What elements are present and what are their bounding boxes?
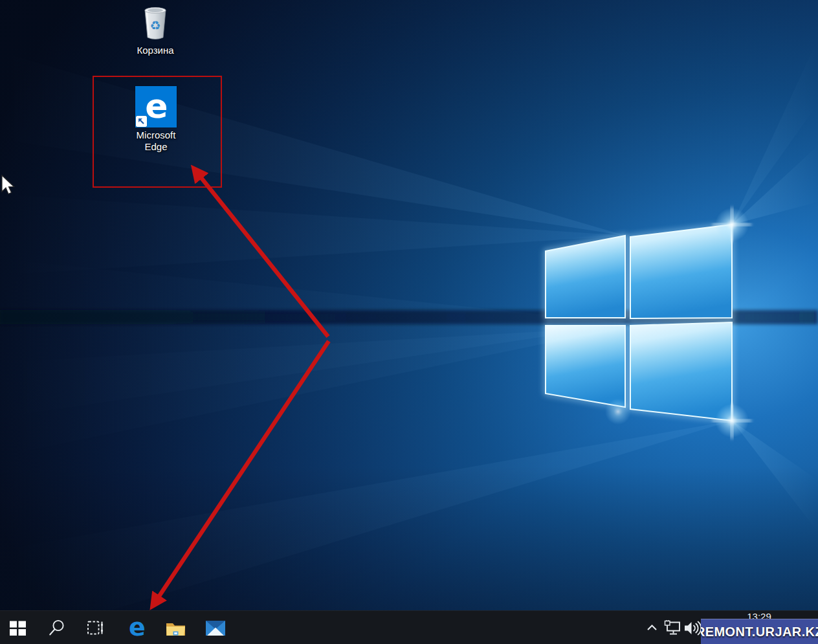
taskbar: e <box>0 610 818 644</box>
window-pane-bottom-left <box>546 326 625 407</box>
recycle-bin-label: Корзина <box>122 45 189 56</box>
desktop-icon-recycle-bin[interactable]: ♻ Корзина <box>122 4 189 56</box>
windows-desktop-screen: ♻ Корзина e Microsoft Edge <box>0 0 818 644</box>
recycle-bin-icon: ♻ <box>137 4 173 43</box>
mail-envelope-icon <box>204 618 227 638</box>
taskbar-search-button[interactable] <box>41 611 71 644</box>
file-explorer-icon <box>165 619 186 638</box>
edge-taskbar-glyph: e <box>129 616 146 640</box>
network-status-button[interactable] <box>663 611 682 644</box>
search-icon <box>48 619 65 637</box>
start-button[interactable] <box>3 611 32 644</box>
file-explorer-button[interactable] <box>160 611 190 644</box>
edge-taskbar-icon: e <box>126 616 149 640</box>
mail-button[interactable] <box>201 611 230 644</box>
speaker-volume-icon <box>683 619 702 637</box>
watermark-banner: REMONT.URJAR.KZ <box>701 619 818 644</box>
recycle-glyph: ♻ <box>149 19 160 32</box>
windows-logo-icon <box>9 619 27 637</box>
ethernet-network-icon <box>664 620 681 636</box>
task-view-button[interactable] <box>80 611 110 644</box>
annotation-highlight-box <box>93 76 222 188</box>
taskbar-edge-button[interactable]: e <box>122 611 152 644</box>
window-pane-top-right <box>630 225 732 318</box>
volume-button[interactable] <box>682 611 703 644</box>
chevron-up-icon <box>646 623 658 632</box>
window-pane-bottom-right <box>630 322 732 421</box>
show-hidden-icons-button[interactable] <box>644 611 659 644</box>
task-view-icon <box>85 619 105 637</box>
